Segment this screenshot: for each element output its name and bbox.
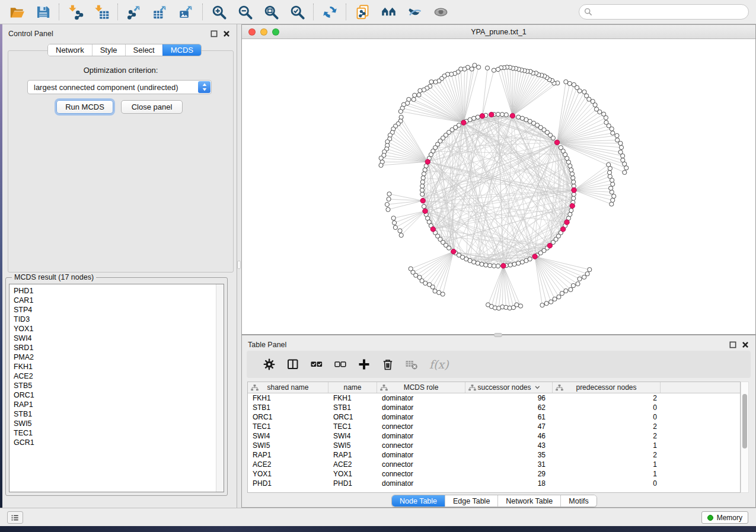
trash-button[interactable] <box>376 354 400 375</box>
mcds-result-item[interactable]: YOX1 <box>14 324 224 334</box>
tab-motifs[interactable]: Motifs <box>560 495 596 507</box>
share-document-button[interactable] <box>353 2 372 21</box>
optimization-criterion-select[interactable]: largest connected component (undirected) <box>27 80 212 94</box>
select-unchecked-icon <box>334 358 347 371</box>
mcds-result-item[interactable]: ACE2 <box>14 371 224 381</box>
zoom-out-button[interactable] <box>235 2 254 21</box>
toolbar-group <box>320 2 339 21</box>
destroy-table-button[interactable] <box>400 354 423 375</box>
toolbar-separator <box>313 4 314 20</box>
table-row[interactable]: YOX1YOX1connector291 <box>248 469 740 479</box>
mcds-result-item[interactable]: ORC1 <box>14 390 224 400</box>
zoom-selected-button[interactable] <box>288 2 307 21</box>
horizontal-splitter-handle[interactable] <box>494 333 502 337</box>
mcds-result-item[interactable]: STB5 <box>14 381 224 390</box>
tab-select[interactable]: Select <box>125 44 162 56</box>
run-mcds-button[interactable]: Run MCDS <box>56 100 113 114</box>
tab-edge-table[interactable]: Edge Table <box>445 495 497 507</box>
zoom-in-icon <box>211 4 227 20</box>
show-hide-button[interactable] <box>431 2 450 21</box>
mcds-result-item[interactable]: SWI5 <box>14 419 224 428</box>
tab-network[interactable]: Network <box>48 44 92 56</box>
table-panel-title: Table Panel <box>248 341 286 349</box>
add-row-button[interactable] <box>352 354 376 375</box>
memory-button[interactable]: Memory <box>701 511 748 524</box>
column-header-shared-name[interactable]: shared name <box>248 382 328 393</box>
export-image-button[interactable] <box>177 2 196 21</box>
search-box[interactable] <box>579 4 749 20</box>
table-row[interactable]: PHD1PHD1dominator180 <box>248 479 740 488</box>
mcds-result-item[interactable]: SWI4 <box>14 334 224 343</box>
float-panel-icon[interactable] <box>210 30 218 38</box>
mcds-result-item[interactable]: STB1 <box>14 409 224 419</box>
task-history-button[interactable] <box>7 511 23 524</box>
close-panel-icon[interactable] <box>222 30 231 38</box>
mcds-result-item[interactable]: PHD1 <box>14 286 224 296</box>
table-scrollbar[interactable] <box>741 382 749 493</box>
tab-node-table[interactable]: Node Table <box>392 495 445 507</box>
cell-name: SWI4 <box>328 431 377 441</box>
table-row[interactable]: STB1STB1dominator620 <box>248 403 740 412</box>
columns-button[interactable] <box>281 354 305 375</box>
table-row[interactable]: SWI5SWI5connector431 <box>248 441 740 450</box>
import-table-button[interactable] <box>92 2 111 21</box>
table-scrollbar-thumb[interactable] <box>742 394 747 448</box>
function-builder-button: f(x) <box>429 358 449 371</box>
close-panel-button[interactable]: Close panel <box>121 100 183 114</box>
table-row[interactable]: SWI4SWI4dominator462 <box>248 431 740 441</box>
column-label: successor nodes <box>477 383 531 392</box>
tab-style[interactable]: Style <box>92 44 125 56</box>
gear-button[interactable] <box>257 354 281 375</box>
save-button[interactable] <box>33 2 52 21</box>
network-search-button[interactable] <box>379 2 398 21</box>
cell-name: STB1 <box>328 403 377 412</box>
toolbar-group <box>209 2 307 21</box>
mcds-result-item[interactable]: GCR1 <box>14 438 224 447</box>
columns-icon <box>286 358 299 371</box>
table-row[interactable]: TEC1TEC1connector472 <box>248 422 740 431</box>
table-row[interactable]: RAP1RAP1dominator352 <box>248 450 740 460</box>
cell-successor-nodes: 18 <box>465 479 553 488</box>
vizmapper-button[interactable] <box>405 2 424 21</box>
minimize-window-icon[interactable] <box>260 28 267 36</box>
select-unchecked-button[interactable] <box>328 354 352 375</box>
mcds-result-item[interactable]: CAR1 <box>14 296 224 305</box>
mcds-result-item[interactable]: FKH1 <box>14 362 224 371</box>
table-tree-icon <box>251 384 259 393</box>
network-canvas[interactable] <box>242 39 755 334</box>
search-input[interactable] <box>596 7 744 17</box>
control-panel-tabs: NetworkStyleSelectMCDS <box>47 44 202 56</box>
export-table-button[interactable] <box>151 2 170 21</box>
table-row[interactable]: FKH1FKH1dominator962 <box>248 393 740 403</box>
float-panel-icon[interactable] <box>729 341 737 349</box>
zoom-fit-button[interactable] <box>261 2 280 21</box>
column-header-MCDS-role[interactable]: MCDS role <box>377 382 465 393</box>
import-network-button[interactable] <box>66 2 85 21</box>
column-header-successor-nodes[interactable]: successor nodes <box>465 382 553 393</box>
tab-network-table[interactable]: Network Table <box>497 495 560 507</box>
maximize-window-icon[interactable] <box>272 28 279 36</box>
mcds-result-item[interactable]: RAP1 <box>14 400 224 409</box>
table-row[interactable]: ORC1ORC1dominator610 <box>248 412 740 422</box>
open-button[interactable] <box>7 2 26 21</box>
cell-successor-nodes: 96 <box>465 393 553 403</box>
close-panel-icon[interactable] <box>741 341 749 349</box>
vertical-splitter[interactable] <box>237 24 241 508</box>
export-network-button[interactable] <box>125 2 143 21</box>
splitter-handle[interactable] <box>237 261 241 269</box>
select-checked-button[interactable] <box>305 354 328 375</box>
mcds-result-item[interactable]: TEC1 <box>14 428 224 438</box>
refresh-button[interactable] <box>320 2 339 21</box>
mcds-result-item[interactable]: SRD1 <box>14 343 224 352</box>
zoom-in-button[interactable] <box>209 2 228 21</box>
column-header-name[interactable]: name <box>328 382 377 393</box>
cell-name: FKH1 <box>328 393 377 403</box>
table-row[interactable]: ACE2ACE2connector311 <box>248 460 740 469</box>
mcds-result-item[interactable]: TID3 <box>14 315 224 324</box>
mcds-result-item[interactable]: STP4 <box>14 305 224 315</box>
close-window-icon[interactable] <box>248 28 256 36</box>
tab-mcds[interactable]: MCDS <box>162 44 201 56</box>
mcds-list-scrollbar[interactable] <box>216 284 224 492</box>
column-header-predecessor-nodes[interactable]: predecessor nodes <box>553 382 661 393</box>
mcds-result-item[interactable]: PMA2 <box>14 352 224 362</box>
